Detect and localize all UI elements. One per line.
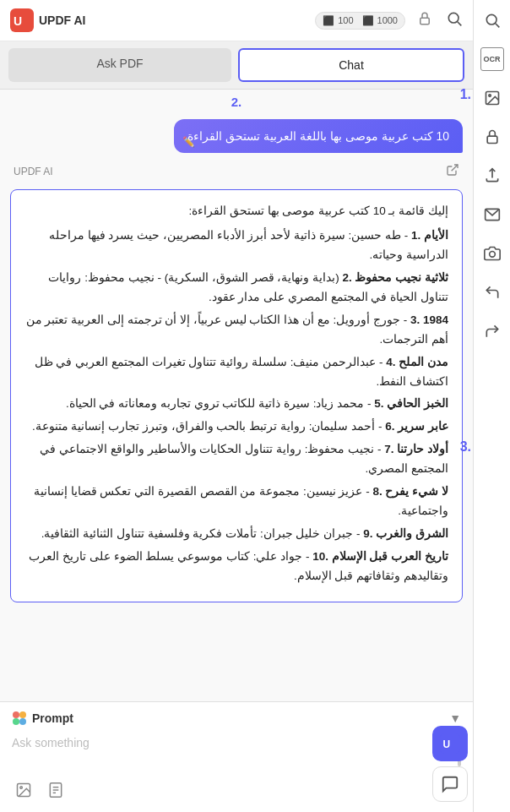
ai-response-bubble: إليك قائمة بـ 10 كتب عربية موصى بها تستح… xyxy=(10,189,463,602)
prompt-placeholder: Ask something xyxy=(12,733,454,749)
svg-text:U: U xyxy=(14,14,22,28)
token2-icon: ⬛ xyxy=(362,15,374,26)
chat-area[interactable]: 10 كتب عربية موصى بها باللغة العربية تست… xyxy=(0,111,473,701)
tab-ask-pdf[interactable]: Ask PDF xyxy=(8,48,231,82)
svg-rect-10 xyxy=(420,18,430,25)
token-badge: ⬛ 100 ⬛ 1000 xyxy=(315,12,405,30)
search-icon[interactable] xyxy=(480,8,504,32)
token1-icon: ⬛ xyxy=(323,15,334,26)
step-2-label: 2. xyxy=(231,95,242,109)
svg-point-15 xyxy=(19,711,26,718)
tabs-bar: Ask PDF Chat xyxy=(0,41,473,90)
book-10: تاريخ العرب قبل الإسلام .10 - جواد علي: … xyxy=(24,548,448,586)
prompt-actions xyxy=(0,775,473,812)
svg-point-19 xyxy=(20,787,22,789)
camera-icon[interactable] xyxy=(480,242,504,265)
svg-point-0 xyxy=(486,14,496,25)
file-attach-button[interactable] xyxy=(44,778,68,802)
ocr-icon[interactable]: OCR xyxy=(480,47,504,71)
token2-count: 1000 xyxy=(377,15,398,25)
svg-text:U: U xyxy=(442,738,450,750)
token1-count: 100 xyxy=(338,15,353,25)
book-9: الشرق والغرب .9 - جبران خليل جبران: تأمل… xyxy=(24,525,448,544)
prompt-dots-icon xyxy=(12,711,27,726)
svg-point-16 xyxy=(13,718,19,725)
logo-area: U UPDF AI xyxy=(10,8,85,32)
book-3: 1984 .3 - جورج أورويل: مع أن هذا الكتاب … xyxy=(24,311,448,350)
undo-icon[interactable] xyxy=(480,281,504,304)
svg-point-17 xyxy=(19,718,26,725)
book-8: لا شيء يفرح .8 - عزيز نيسين: مجموعة من ا… xyxy=(24,482,448,521)
main-panel: U UPDF AI ⬛ 100 ⬛ 1000 Ask PDF Chat 2. xyxy=(0,0,473,812)
external-link-icon[interactable] xyxy=(446,163,459,179)
prompt-input-area[interactable]: Ask something xyxy=(0,729,473,775)
header-lock-icon[interactable] xyxy=(417,11,432,30)
svg-point-7 xyxy=(489,252,495,258)
svg-point-3 xyxy=(488,95,491,97)
image-icon[interactable] xyxy=(480,86,504,110)
svg-line-1 xyxy=(495,24,499,28)
ai-float-button[interactable]: U xyxy=(432,726,468,761)
prompt-label-area: Prompt xyxy=(12,711,73,726)
prompt-label-text: Prompt xyxy=(32,711,73,725)
book-5: الخبز الحافي .5 - محمد زياد: سيرة ذاتية … xyxy=(24,395,448,414)
book-6: عابر سرير .6 - أحمد سليمان: رواية ترتبط … xyxy=(24,417,448,437)
image-attach-button[interactable] xyxy=(12,778,35,802)
svg-point-14 xyxy=(13,711,19,718)
app-logo-icon: U xyxy=(10,8,34,32)
ai-response-intro: إليك قائمة بـ 10 كتب عربية موصى بها تستح… xyxy=(24,202,448,221)
step-2-indicator: 2. xyxy=(0,90,473,111)
edit-icon[interactable]: ✏️ xyxy=(182,136,195,148)
prompt-header: Prompt ▼ xyxy=(0,702,473,729)
header: U UPDF AI ⬛ 100 ⬛ 1000 xyxy=(0,0,473,41)
chat-float-button[interactable] xyxy=(432,766,468,802)
svg-rect-4 xyxy=(487,136,497,143)
book-4: مدن الملح .4 - عبدالرحمن منيف: سلسلة روا… xyxy=(24,353,448,392)
svg-point-11 xyxy=(448,13,458,23)
book-1: الأيام .1 - طه حسين: سيرة ذاتية لأحد أبر… xyxy=(24,226,448,265)
right-sidebar: OCR xyxy=(473,0,510,812)
lock-icon[interactable] xyxy=(480,125,504,149)
prompt-chevron-icon[interactable]: ▼ xyxy=(449,711,461,725)
book-7: أولاد حارتنا .7 - نجيب محفوظ: رواية تتنا… xyxy=(24,440,448,479)
step-3-label: 3. xyxy=(460,439,471,455)
share-icon[interactable] xyxy=(480,164,504,188)
header-search-icon[interactable] xyxy=(446,10,463,31)
step-1-label: 1. xyxy=(460,87,471,102)
svg-line-12 xyxy=(458,21,462,25)
book-2: ثلاثية نجيب محفوظ .2 (بداية ونهاية، قصر … xyxy=(24,269,448,308)
mail-icon[interactable] xyxy=(480,203,504,226)
tab-chat[interactable]: Chat xyxy=(238,48,464,82)
prompt-area: Prompt ▼ Ask something xyxy=(0,701,473,812)
user-message-bubble: 10 كتب عربية موصى بها باللغة العربية تست… xyxy=(174,119,463,153)
ai-label-row: UPDF AI xyxy=(10,163,463,179)
redo-icon[interactable] xyxy=(480,319,504,343)
svg-line-13 xyxy=(452,165,458,171)
app-title: UPDF AI xyxy=(39,14,85,27)
user-message-text: 10 كتب عربية موصى بها باللغة العربية تست… xyxy=(187,129,449,143)
ai-label-text: UPDF AI xyxy=(14,166,53,177)
